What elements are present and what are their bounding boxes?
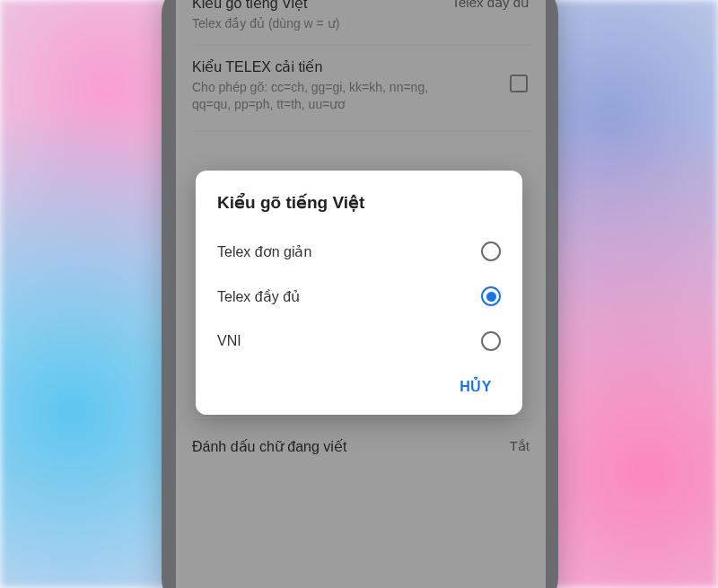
dialog-actions: HỦY — [217, 371, 501, 402]
option-label: Telex đầy đủ — [217, 288, 300, 305]
cancel-button[interactable]: HỦY — [451, 371, 501, 402]
radio-icon[interactable] — [481, 286, 501, 306]
option-telex-simple[interactable]: Telex đơn giản — [217, 229, 501, 274]
option-label: Telex đơn giản — [217, 243, 311, 260]
option-vni[interactable]: VNI — [217, 319, 501, 364]
input-method-dialog: Kiểu gõ tiếng Việt Telex đơn giản Telex … — [196, 171, 522, 415]
option-label: VNI — [217, 333, 241, 349]
option-telex-full[interactable]: Telex đầy đủ — [217, 274, 501, 319]
dialog-title: Kiểu gõ tiếng Việt — [217, 192, 501, 213]
radio-icon[interactable] — [481, 241, 501, 261]
radio-icon[interactable] — [481, 331, 501, 351]
